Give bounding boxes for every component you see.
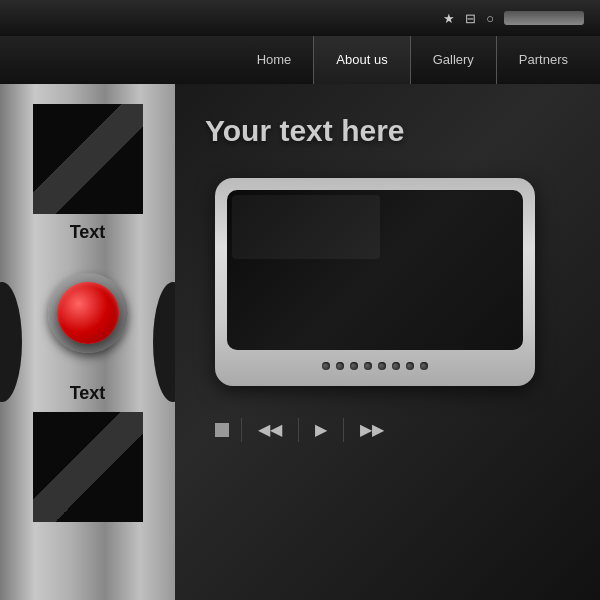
left-panel: Text Text — [0, 84, 175, 600]
text-label-bottom: Text — [70, 383, 106, 404]
dot-2[interactable] — [336, 362, 344, 370]
print-icon[interactable]: ⊟ — [465, 11, 476, 26]
red-button-container — [48, 273, 128, 353]
dot-6[interactable] — [392, 362, 400, 370]
rewind-button[interactable]: ◀◀ — [254, 416, 286, 443]
dot-7[interactable] — [406, 362, 414, 370]
thumbnail-bottom[interactable] — [33, 412, 143, 522]
red-button[interactable] — [57, 282, 119, 344]
play-button[interactable]: ▶ — [311, 416, 331, 443]
nav-item-gallery[interactable]: Gallery — [411, 36, 497, 84]
dot-1[interactable] — [322, 362, 330, 370]
nav-items: Home About us Gallery Partners — [235, 36, 590, 84]
divider-2 — [298, 418, 299, 442]
video-player — [215, 178, 535, 386]
nav-item-partners[interactable]: Partners — [497, 36, 590, 84]
transport-bar: ◀◀ ▶ ▶▶ — [205, 416, 580, 443]
right-panel: Your text here ◀◀ ▶ ▶▶ — [175, 84, 600, 600]
search-icon[interactable]: ○ — [486, 11, 494, 26]
divider-1 — [241, 418, 242, 442]
dot-5[interactable] — [378, 362, 386, 370]
video-screen[interactable] — [227, 190, 523, 350]
thumbnail-top[interactable] — [33, 104, 143, 214]
nav-item-home[interactable]: Home — [235, 36, 315, 84]
header-bar: ★ ⊟ ○ — [0, 0, 600, 36]
fast-forward-button[interactable]: ▶▶ — [356, 416, 388, 443]
star-icon[interactable]: ★ — [443, 11, 455, 26]
dot-8[interactable] — [420, 362, 428, 370]
main-content: Text Text Your text here — [0, 84, 600, 600]
divider-3 — [343, 418, 344, 442]
dot-3[interactable] — [350, 362, 358, 370]
nav-item-about[interactable]: About us — [314, 36, 410, 84]
dot-indicators — [227, 358, 523, 374]
dot-4[interactable] — [364, 362, 372, 370]
main-title: Your text here — [205, 114, 580, 148]
nav-bar: Home About us Gallery Partners — [0, 36, 600, 84]
text-label-top: Text — [70, 222, 106, 243]
stop-button[interactable] — [215, 423, 229, 437]
search-bar[interactable] — [504, 11, 584, 25]
